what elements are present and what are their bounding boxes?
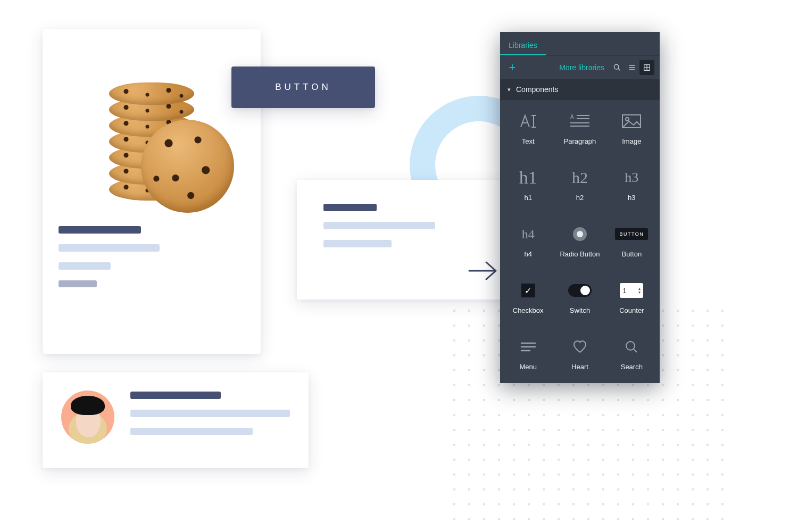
profile-text-placeholder — [130, 428, 253, 435]
component-label: Search — [621, 363, 643, 371]
arrow-right-icon — [467, 258, 499, 284]
menu-icon — [520, 336, 536, 358]
avatar — [61, 390, 114, 444]
component-h3[interactable]: h3 h3 — [607, 167, 656, 209]
component-paragraph[interactable]: A Paragraph — [555, 111, 604, 152]
text-icon — [519, 111, 537, 132]
product-image — [66, 51, 237, 210]
component-label: Image — [622, 137, 641, 145]
component-label: Paragraph — [564, 137, 596, 145]
component-label: Text — [522, 137, 535, 145]
svg-point-21 — [626, 342, 635, 350]
component-h2[interactable]: h2 h2 — [555, 167, 604, 209]
component-text[interactable]: Text — [503, 111, 553, 152]
product-text-placeholder — [59, 244, 160, 252]
component-h1[interactable]: h1 h1 — [503, 167, 553, 209]
tab-libraries[interactable]: Libraries — [500, 35, 546, 55]
product-card — [43, 29, 261, 354]
more-libraries-link[interactable]: More libraries — [559, 63, 604, 72]
panel-tabs: Libraries — [500, 32, 660, 55]
svg-point-0 — [614, 64, 619, 69]
counter-icon: 1▴▾ — [620, 280, 643, 301]
heart-icon — [572, 336, 587, 358]
button-component-preview[interactable]: BUTTON — [231, 66, 375, 108]
component-h4[interactable]: h4 h4 — [503, 223, 553, 265]
checkbox-icon: ✓ — [521, 280, 535, 301]
component-label: h1 — [524, 194, 531, 202]
svg-rect-16 — [622, 115, 641, 128]
section-label: Components — [516, 85, 558, 94]
svg-line-1 — [618, 69, 620, 70]
list-view-icon[interactable] — [625, 60, 639, 75]
libraries-panel: Libraries + More libraries ▾ Components — [500, 32, 660, 383]
component-label: h4 — [524, 250, 531, 258]
detail-title-placeholder — [323, 204, 377, 211]
component-heart[interactable]: Heart — [555, 336, 604, 378]
panel-toolbar: + More libraries — [500, 55, 660, 79]
component-button[interactable]: BUTTON Button — [607, 223, 656, 265]
svg-text:A: A — [570, 114, 574, 120]
h3-icon: h3 — [625, 167, 638, 188]
svg-point-17 — [626, 118, 629, 121]
profile-text-placeholder — [130, 410, 290, 417]
component-counter[interactable]: 1▴▾ Counter — [607, 280, 656, 321]
search-icon[interactable] — [610, 60, 625, 75]
image-icon — [621, 111, 642, 132]
h1-icon: h1 — [519, 167, 537, 188]
detail-text-placeholder — [323, 222, 435, 229]
component-label: Heart — [571, 363, 588, 371]
component-checkbox[interactable]: ✓ Checkbox — [503, 280, 553, 321]
component-label: h3 — [628, 194, 635, 202]
button-icon: BUTTON — [615, 223, 648, 245]
switch-icon — [568, 280, 592, 301]
component-label: Button — [622, 250, 642, 258]
component-label: h2 — [576, 194, 584, 202]
component-label: Switch — [570, 306, 590, 314]
component-image[interactable]: Image — [607, 111, 656, 152]
grid-view-icon[interactable] — [639, 60, 654, 75]
radio-icon — [573, 223, 587, 245]
product-text-placeholder — [59, 262, 111, 270]
h2-icon: h2 — [572, 167, 588, 188]
product-tag-placeholder — [59, 280, 97, 287]
chevron-down-icon: ▾ — [508, 86, 511, 93]
h4-icon: h4 — [522, 223, 535, 245]
search-icon — [625, 336, 638, 358]
profile-name-placeholder — [130, 392, 221, 399]
profile-card — [43, 372, 309, 468]
component-label: Menu — [519, 363, 537, 371]
button-label: BUTTON — [275, 82, 331, 93]
product-title-placeholder — [59, 226, 141, 234]
components-section-header[interactable]: ▾ Components — [500, 79, 660, 100]
component-search[interactable]: Search — [607, 336, 656, 378]
paragraph-icon: A — [569, 111, 591, 132]
svg-line-22 — [634, 349, 637, 352]
detail-text-placeholder — [323, 240, 392, 247]
component-label: Checkbox — [513, 306, 544, 314]
component-radio-button[interactable]: Radio Button — [555, 223, 604, 265]
component-switch[interactable]: Switch — [555, 280, 604, 321]
component-label: Radio Button — [560, 250, 600, 258]
components-grid: Text A Paragraph — [500, 100, 660, 383]
component-menu[interactable]: Menu — [503, 336, 553, 378]
component-label: Counter — [619, 306, 644, 314]
add-library-button[interactable]: + — [505, 61, 519, 74]
